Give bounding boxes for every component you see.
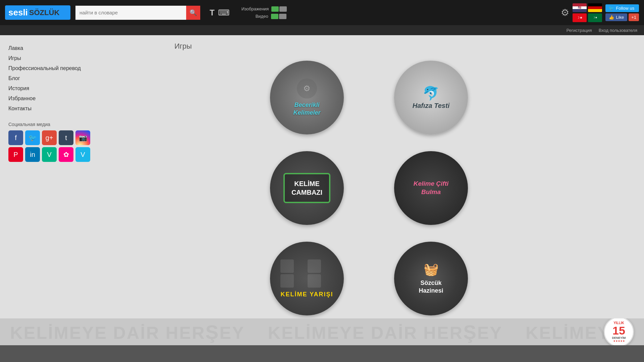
search-icon: 🔍 (190, 9, 197, 16)
footer-watermark: KELİMEYE DAİR HERŞEY KELİMEYE DAİR HERŞE… (0, 318, 644, 345)
game-kelime-yarisi[interactable]: KELİME YARIŞI (270, 242, 344, 315)
main-content: Лавка Игры Профессиональный перевод Блог… (0, 35, 644, 318)
game-sh-content: 🧺 SözcükHazinesi (412, 256, 450, 302)
sidebar-item-izbrannoe[interactable]: Избранное (8, 96, 86, 102)
googleplus-icon[interactable]: g+ (42, 130, 57, 145)
register-link[interactable]: Регистрация (567, 28, 592, 33)
like-button[interactable]: 👍 Like (605, 13, 627, 21)
sidebar-nav: Лавка Игры Профессиональный перевод Блог… (8, 45, 86, 112)
sidebar: Лавка Игры Профессиональный перевод Блог… (0, 35, 94, 318)
toggle-on-indicator (271, 14, 278, 19)
game-kcb-text: Kelime ÇiftiBulma (414, 180, 449, 196)
game-kelime-cambazi[interactable]: KELİMECAMBAZI (270, 151, 344, 225)
header-right: ⚙ 🇺🇸 ☽★ ☽★ 🐦 Follow us (561, 3, 639, 22)
watermark-text-1: KELİMEYE DAİR HERŞEY KELİMEYE DAİR HERŞE… (10, 321, 623, 343)
images-toggle-row: Изображения (241, 6, 287, 12)
sidebar-item-blog[interactable]: Блог (8, 75, 86, 81)
dolphin-icon: 🐬 (413, 85, 449, 101)
bottom-bar (0, 345, 644, 362)
text-keyboard-icons: T ⌨ (210, 8, 230, 17)
header: sesli SÖZLÜK 🔍 T ⌨ Изображения Видео (0, 0, 644, 25)
game-bk-text: BecerikliKelimeler (293, 101, 320, 117)
search-bar: 🔍 (75, 6, 203, 20)
like-icon: 👍 (609, 15, 614, 20)
flag-tr[interactable]: ☽★ (573, 13, 587, 22)
logo-sesli: sesli (8, 7, 28, 18)
vimeo-icon[interactable]: V (75, 147, 90, 162)
gplus-label: +1 (631, 15, 636, 20)
follow-us-button[interactable]: 🐦 Follow us (605, 4, 639, 12)
badge-number: 15 (612, 325, 625, 336)
game-kc-content: KELİMECAMBAZI (283, 173, 330, 203)
game-hafiza-testi[interactable]: 🐬 Hafıza Testi (394, 61, 468, 134)
video-label: Видео (241, 14, 268, 19)
toggle-off-indicator (279, 6, 287, 12)
settings-icon[interactable]: ⚙ (561, 7, 569, 18)
toggle-off-indicator (279, 14, 286, 19)
page-title: Игры (174, 42, 192, 51)
sidebar-item-kontakty[interactable]: Контакты (8, 106, 86, 112)
linkedin-icon[interactable]: in (25, 147, 40, 162)
game-kc-text: KELİMECAMBAZI (291, 179, 322, 197)
toggle-on-indicator (271, 6, 279, 12)
pinterest-icon[interactable]: P (8, 147, 23, 162)
images-toggle[interactable] (271, 6, 287, 12)
logo-container[interactable]: sesli SÖZLÜK (5, 5, 70, 20)
flag-row-2: ☽★ ☽★ (573, 13, 602, 22)
flag-row-1: 🇺🇸 (573, 3, 602, 12)
game-ky-text: KELİME YARIŞI (280, 291, 333, 298)
social-header: 🐦 Follow us 👍 Like +1 (605, 4, 639, 21)
gplus-button[interactable]: +1 (629, 13, 639, 21)
like-label: Like (616, 15, 624, 20)
vine-icon[interactable]: V (42, 147, 57, 162)
flag-us[interactable]: 🇺🇸 (573, 3, 587, 12)
games-grid: ⚙ BecerikliKelimeler 🐬 Hafıza Testi KELİ… (270, 61, 468, 315)
search-input[interactable] (75, 6, 186, 20)
game-ht-text: Hafıza Testi (413, 101, 449, 110)
keyboard-icon[interactable]: ⌨ (218, 8, 230, 17)
game-sozcuk-hazinesi[interactable]: 🧺 SözcükHazinesi (394, 242, 468, 315)
twitter-icon: 🐦 (609, 6, 614, 11)
tumblr-icon[interactable]: t (59, 130, 73, 145)
sub-header: Регистрация Вход пользователя (0, 25, 644, 35)
anniversary-badge: YILLIK 15 DENEYİM ★★★★★ (604, 318, 634, 345)
social-icons-grid: f 🐦 g+ t 📷 P in V ✿ V (8, 130, 86, 162)
flickr-icon[interactable]: ✿ (59, 147, 73, 162)
text-icon[interactable]: T (210, 8, 215, 17)
video-toggle[interactable] (271, 14, 286, 19)
game-kcb-content: Kelime ÇiftiBulma (424, 181, 438, 195)
logo-sozluk: SÖZLÜK (29, 8, 59, 17)
sidebar-item-igry[interactable]: Игры (8, 55, 86, 61)
game-sh-text: SözcükHazinesi (419, 279, 443, 295)
game-bk-content: ⚙ BecerikliKelimeler (286, 72, 327, 124)
sidebar-item-istoriya[interactable]: История (8, 85, 86, 92)
video-toggle-row: Видео (241, 14, 287, 19)
flag-sa[interactable]: ☽★ (588, 13, 602, 22)
follow-us-label: Follow us (616, 6, 634, 11)
images-label: Изображения (241, 6, 269, 11)
game-ht-content: 🐬 Hafıza Testi (406, 79, 456, 117)
toggles: Изображения Видео (241, 6, 287, 19)
badge-bottom: DENEYİM (612, 336, 626, 340)
facebook-icon[interactable]: f (8, 130, 23, 145)
social-media-section: Социальная медиа f 🐦 g+ t 📷 P in V ✿ V (8, 122, 86, 162)
sidebar-item-prof[interactable]: Профессиональный перевод (8, 65, 86, 71)
login-link[interactable]: Вход пользователя (599, 28, 637, 33)
game-becerikli-kelimeler[interactable]: ⚙ BecerikliKelimeler (270, 61, 344, 134)
game-area: Игры ⚙ BecerikliKelimeler 🐬 Hafıza Testi (94, 35, 644, 318)
flag-group: 🇺🇸 ☽★ ☽★ (573, 3, 602, 22)
sidebar-item-lavka[interactable]: Лавка (8, 45, 86, 51)
game-ky-content: KELİME YARIŞI (274, 253, 340, 305)
twitter-social-icon[interactable]: 🐦 (25, 130, 40, 145)
flag-de[interactable] (588, 3, 602, 12)
social-media-title: Социальная медиа (8, 122, 86, 127)
search-button[interactable]: 🔍 (186, 6, 200, 20)
game-kelime-cifti-bulma[interactable]: Kelime ÇiftiBulma (394, 151, 468, 225)
instagram-icon[interactable]: 📷 (75, 130, 90, 145)
